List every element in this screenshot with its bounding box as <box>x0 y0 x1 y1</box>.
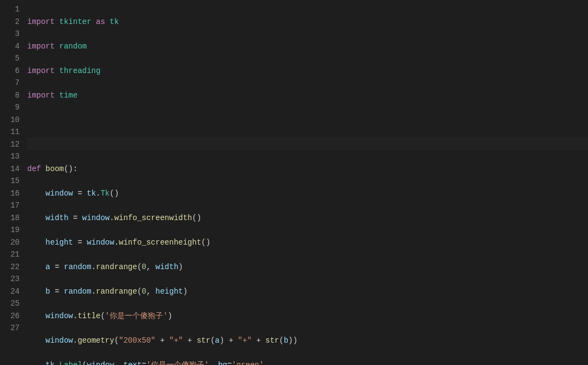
line-number: 22 <box>0 261 20 273</box>
code-line[interactable]: import time <box>27 89 588 102</box>
line-number-gutter: 1 2 3 4 5 6 7 8 9 10 11 12 13 14 15 16 1… <box>0 0 27 365</box>
code-line[interactable]: import tkinter as tk <box>27 16 588 28</box>
code-line[interactable]: a = random.randrange(0, width) <box>27 261 588 273</box>
line-number: 24 <box>0 285 20 298</box>
code-line[interactable]: width = window.winfo_screenwidth() <box>27 212 588 224</box>
code-line[interactable]: window.title('你是一个傻狍子') <box>27 310 588 323</box>
line-number: 1 <box>0 3 20 16</box>
code-line[interactable]: tk.Label(window, text='你是一个傻狍子', bg='gre… <box>27 359 588 366</box>
line-number: 20 <box>0 236 20 249</box>
line-number: 6 <box>0 65 20 77</box>
line-number: 5 <box>0 52 20 65</box>
line-number: 19 <box>0 224 20 236</box>
line-number: 25 <box>0 297 20 310</box>
line-number: 3 <box>0 28 20 40</box>
line-number: 14 <box>0 163 20 175</box>
line-number: 8 <box>0 89 20 102</box>
line-number: 27 <box>0 322 20 334</box>
code-line[interactable]: def boom(): <box>27 163 588 175</box>
line-number: 21 <box>0 248 20 261</box>
code-line[interactable]: window = tk.Tk() <box>27 187 588 200</box>
line-number: 17 <box>0 199 20 212</box>
code-line[interactable]: import threading <box>27 65 588 77</box>
line-number: 11 <box>0 126 20 138</box>
line-number: 4 <box>0 40 20 53</box>
line-number: 13 <box>0 150 20 163</box>
code-line[interactable]: import random <box>27 40 588 53</box>
line-number: 2 <box>0 16 20 28</box>
line-number: 18 <box>0 212 20 224</box>
code-line-active[interactable] <box>27 138 588 151</box>
line-number: 12 <box>0 138 20 151</box>
code-editor[interactable]: import tkinter as tk import random impor… <box>27 0 588 365</box>
code-line[interactable]: window.geometry("200x50" + "+" + str(a) … <box>27 334 588 347</box>
line-number: 9 <box>0 101 20 114</box>
code-line[interactable]: height = window.winfo_screenheight() <box>27 236 588 249</box>
code-line[interactable]: b = random.randrange(0, height) <box>27 285 588 298</box>
line-number: 26 <box>0 310 20 323</box>
line-number: 23 <box>0 273 20 285</box>
line-number: 16 <box>0 187 20 200</box>
line-number: 15 <box>0 175 20 187</box>
code-line[interactable] <box>27 114 588 126</box>
line-number: 10 <box>0 114 20 126</box>
line-number: 7 <box>0 77 20 89</box>
